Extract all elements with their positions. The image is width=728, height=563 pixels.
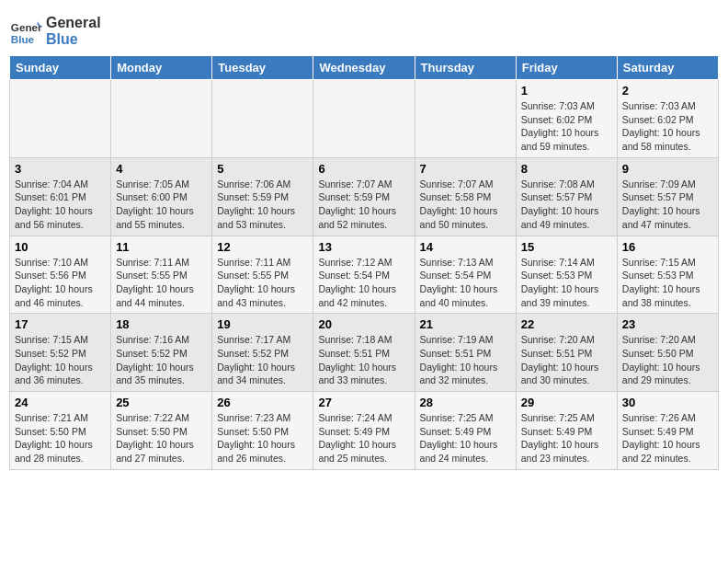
day-info: Sunrise: 7:20 AM Sunset: 5:50 PM Dayligh… (622, 333, 713, 387)
day-header-monday: Monday (111, 56, 212, 80)
day-info: Sunrise: 7:14 AM Sunset: 5:53 PM Dayligh… (521, 256, 612, 310)
day-number: 27 (318, 396, 409, 409)
day-cell-5: 5Sunrise: 7:06 AM Sunset: 5:59 PM Daylig… (212, 157, 313, 236)
day-info: Sunrise: 7:12 AM Sunset: 5:54 PM Dayligh… (318, 256, 409, 310)
day-cell-18: 18Sunrise: 7:16 AM Sunset: 5:52 PM Dayli… (111, 314, 212, 392)
day-number: 25 (116, 396, 207, 409)
day-number: 15 (521, 240, 612, 254)
day-cell-9: 9Sunrise: 7:09 AM Sunset: 5:57 PM Daylig… (617, 157, 718, 236)
day-cell-7: 7Sunrise: 7:07 AM Sunset: 5:58 PM Daylig… (415, 157, 516, 236)
day-cell-19: 19Sunrise: 7:17 AM Sunset: 5:52 PM Dayli… (212, 314, 313, 392)
day-number: 22 (521, 317, 612, 331)
day-info: Sunrise: 7:10 AM Sunset: 5:56 PM Dayligh… (15, 256, 106, 310)
day-number: 28 (420, 396, 511, 409)
day-number: 6 (318, 162, 409, 176)
day-cell-17: 17Sunrise: 7:15 AM Sunset: 5:52 PM Dayli… (10, 314, 111, 392)
logo: General Blue General Blue (9, 15, 101, 48)
day-info: Sunrise: 7:03 AM Sunset: 6:02 PM Dayligh… (622, 99, 713, 154)
day-info: Sunrise: 7:04 AM Sunset: 6:01 PM Dayligh… (15, 178, 106, 232)
day-number: 14 (420, 240, 511, 254)
day-cell-10: 10Sunrise: 7:10 AM Sunset: 5:56 PM Dayli… (10, 236, 111, 314)
day-header-thursday: Thursday (415, 56, 516, 80)
day-info: Sunrise: 7:08 AM Sunset: 5:57 PM Dayligh… (521, 178, 612, 232)
day-number: 16 (622, 240, 713, 254)
day-number: 29 (521, 396, 612, 409)
day-info: Sunrise: 7:15 AM Sunset: 5:53 PM Dayligh… (622, 256, 713, 310)
day-number: 11 (116, 240, 207, 254)
day-cell-20: 20Sunrise: 7:18 AM Sunset: 5:51 PM Dayli… (313, 314, 415, 392)
day-number: 21 (420, 317, 511, 331)
empty-cell (313, 80, 415, 158)
day-number: 19 (217, 317, 308, 331)
day-info: Sunrise: 7:25 AM Sunset: 5:49 PM Dayligh… (420, 411, 511, 465)
day-info: Sunrise: 7:21 AM Sunset: 5:50 PM Dayligh… (15, 411, 106, 465)
day-cell-22: 22Sunrise: 7:20 AM Sunset: 5:51 PM Dayli… (516, 314, 617, 392)
week-row-2: 3Sunrise: 7:04 AM Sunset: 6:01 PM Daylig… (10, 157, 719, 236)
day-number: 9 (622, 162, 713, 176)
day-cell-28: 28Sunrise: 7:25 AM Sunset: 5:49 PM Dayli… (415, 392, 516, 470)
day-cell-11: 11Sunrise: 7:11 AM Sunset: 5:55 PM Dayli… (111, 236, 212, 314)
day-number: 12 (217, 240, 308, 254)
day-info: Sunrise: 7:25 AM Sunset: 5:49 PM Dayligh… (521, 411, 612, 465)
day-cell-4: 4Sunrise: 7:05 AM Sunset: 6:00 PM Daylig… (111, 157, 212, 236)
day-info: Sunrise: 7:11 AM Sunset: 5:55 PM Dayligh… (116, 256, 207, 310)
day-header-saturday: Saturday (617, 56, 718, 80)
calendar-table: SundayMondayTuesdayWednesdayThursdayFrid… (9, 55, 719, 470)
day-cell-30: 30Sunrise: 7:26 AM Sunset: 5:49 PM Dayli… (617, 392, 718, 470)
day-info: Sunrise: 7:19 AM Sunset: 5:51 PM Dayligh… (420, 333, 511, 387)
empty-cell (415, 80, 516, 158)
day-info: Sunrise: 7:07 AM Sunset: 5:58 PM Dayligh… (420, 178, 511, 232)
day-info: Sunrise: 7:23 AM Sunset: 5:50 PM Dayligh… (217, 411, 308, 465)
day-info: Sunrise: 7:13 AM Sunset: 5:54 PM Dayligh… (420, 256, 511, 310)
day-header-wednesday: Wednesday (313, 56, 415, 80)
day-number: 4 (116, 162, 207, 176)
day-info: Sunrise: 7:07 AM Sunset: 5:59 PM Dayligh… (318, 178, 409, 232)
day-number: 3 (15, 162, 106, 176)
day-header-friday: Friday (516, 56, 617, 80)
day-info: Sunrise: 7:26 AM Sunset: 5:49 PM Dayligh… (622, 411, 713, 465)
day-info: Sunrise: 7:09 AM Sunset: 5:57 PM Dayligh… (622, 178, 713, 232)
logo-name1: General (46, 15, 101, 31)
day-number: 24 (15, 396, 106, 409)
day-cell-24: 24Sunrise: 7:21 AM Sunset: 5:50 PM Dayli… (10, 392, 111, 470)
week-row-3: 10Sunrise: 7:10 AM Sunset: 5:56 PM Dayli… (10, 236, 719, 314)
day-cell-6: 6Sunrise: 7:07 AM Sunset: 5:59 PM Daylig… (313, 157, 415, 236)
empty-cell (111, 80, 212, 158)
day-header-sunday: Sunday (10, 56, 111, 80)
day-number: 13 (318, 240, 409, 254)
header-row: SundayMondayTuesdayWednesdayThursdayFrid… (10, 56, 719, 80)
day-cell-1: 1Sunrise: 7:03 AM Sunset: 6:02 PM Daylig… (516, 80, 617, 158)
empty-cell (212, 80, 313, 158)
day-info: Sunrise: 7:20 AM Sunset: 5:51 PM Dayligh… (521, 333, 612, 387)
day-cell-2: 2Sunrise: 7:03 AM Sunset: 6:02 PM Daylig… (617, 80, 718, 158)
week-row-5: 24Sunrise: 7:21 AM Sunset: 5:50 PM Dayli… (10, 392, 719, 470)
day-cell-27: 27Sunrise: 7:24 AM Sunset: 5:49 PM Dayli… (313, 392, 415, 470)
day-info: Sunrise: 7:06 AM Sunset: 5:59 PM Dayligh… (217, 178, 308, 232)
logo-name2: Blue (46, 31, 101, 48)
svg-text:Blue: Blue (11, 33, 35, 45)
week-row-4: 17Sunrise: 7:15 AM Sunset: 5:52 PM Dayli… (10, 314, 719, 392)
day-number: 20 (318, 317, 409, 331)
day-cell-12: 12Sunrise: 7:11 AM Sunset: 5:55 PM Dayli… (212, 236, 313, 314)
day-cell-23: 23Sunrise: 7:20 AM Sunset: 5:50 PM Dayli… (617, 314, 718, 392)
day-cell-15: 15Sunrise: 7:14 AM Sunset: 5:53 PM Dayli… (516, 236, 617, 314)
day-info: Sunrise: 7:22 AM Sunset: 5:50 PM Dayligh… (116, 411, 207, 465)
day-number: 26 (217, 396, 308, 409)
day-cell-3: 3Sunrise: 7:04 AM Sunset: 6:01 PM Daylig… (10, 157, 111, 236)
day-cell-26: 26Sunrise: 7:23 AM Sunset: 5:50 PM Dayli… (212, 392, 313, 470)
day-info: Sunrise: 7:24 AM Sunset: 5:49 PM Dayligh… (318, 411, 409, 465)
day-number: 1 (521, 84, 612, 98)
day-number: 30 (622, 396, 713, 409)
day-number: 8 (521, 162, 612, 176)
week-row-1: 1Sunrise: 7:03 AM Sunset: 6:02 PM Daylig… (10, 80, 719, 158)
day-info: Sunrise: 7:05 AM Sunset: 6:00 PM Dayligh… (116, 178, 207, 232)
day-info: Sunrise: 7:17 AM Sunset: 5:52 PM Dayligh… (217, 333, 308, 387)
day-number: 18 (116, 317, 207, 331)
day-number: 2 (622, 84, 713, 98)
day-number: 7 (420, 162, 511, 176)
day-number: 17 (15, 317, 106, 331)
day-cell-13: 13Sunrise: 7:12 AM Sunset: 5:54 PM Dayli… (313, 236, 415, 314)
day-info: Sunrise: 7:03 AM Sunset: 6:02 PM Dayligh… (521, 99, 612, 154)
day-number: 5 (217, 162, 308, 176)
logo-icon: General Blue (9, 15, 42, 48)
